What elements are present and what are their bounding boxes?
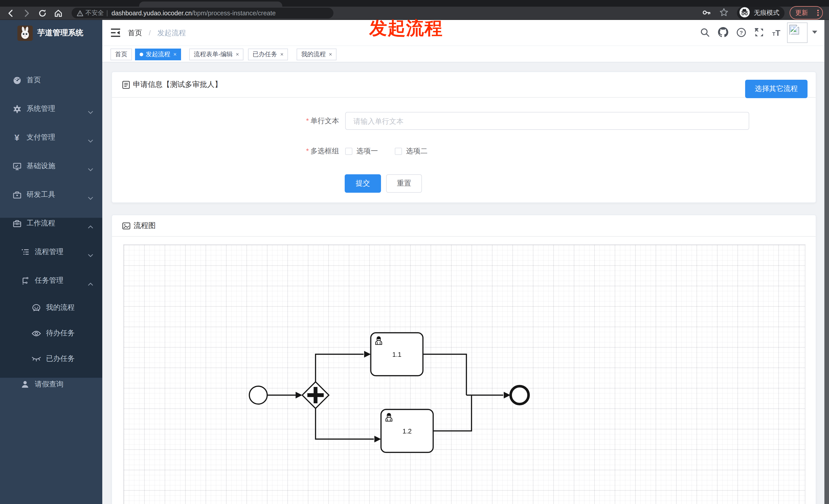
bookmark-star-icon[interactable] (719, 7, 729, 19)
sidebar-item-task-mgmt[interactable]: 任务管理 (0, 268, 102, 294)
back-icon[interactable] (6, 9, 15, 18)
user-icon (21, 380, 30, 388)
robot-icon (32, 304, 41, 312)
breadcrumb-separator: / (149, 29, 151, 37)
tag-create-process[interactable]: 发起流程 × (135, 48, 181, 60)
chevron-down-icon (88, 107, 93, 116)
eye-closed-icon (32, 356, 41, 362)
checkbox-label-1[interactable]: 选项一 (356, 147, 378, 156)
chrome-menu-icon[interactable] (818, 10, 819, 16)
incognito-badge: 无痕模式 (737, 7, 785, 20)
fullscreen-icon[interactable] (754, 27, 764, 39)
sidebar-item-label: 流程管理 (35, 247, 63, 257)
url-path: /bpm/process-instance/create (192, 9, 276, 16)
update-button[interactable]: 更新 (790, 6, 823, 20)
sidebar-item-done-tasks[interactable]: 已办任务 (0, 346, 102, 372)
sidebar-item-label: 基础设施 (27, 161, 55, 171)
security-label: 不安全 (85, 9, 104, 17)
tag-form-edit[interactable]: 流程表单-编辑 × (189, 48, 244, 60)
forward-icon[interactable] (22, 9, 31, 18)
overlay-action-title: 发起流程 (369, 16, 443, 40)
gear-icon (12, 105, 22, 113)
briefcase-icon (12, 219, 22, 228)
reload-icon[interactable] (38, 9, 47, 18)
search-icon[interactable] (700, 27, 710, 39)
sidebar-item-workflow[interactable]: 工作流程 (0, 210, 102, 236)
breadcrumb-home[interactable]: 首页 (128, 29, 142, 37)
tag-label: 已办任务 (253, 50, 277, 59)
sidebar-item-home[interactable]: 首页 (0, 68, 102, 93)
close-icon[interactable]: × (280, 52, 284, 57)
password-key-icon[interactable] (702, 7, 711, 19)
application-form-card: 申请信息【测试多审批人】 选择其它流程 *单行文本 *多选框组 选项一 选项二 … (111, 72, 816, 203)
monitor-icon (12, 162, 22, 170)
close-icon[interactable]: × (236, 52, 239, 57)
tag-label: 流程表单-编辑 (194, 50, 233, 59)
tag-home[interactable]: 首页 (110, 48, 132, 60)
single-text-input[interactable] (345, 112, 749, 130)
home-icon[interactable] (54, 9, 63, 18)
flow-list-icon (21, 248, 30, 256)
sidebar-item-label: 我的流程 (46, 303, 75, 312)
close-icon[interactable]: × (173, 52, 177, 57)
bpmn-canvas[interactable]: 1.1 1.2 (123, 244, 805, 504)
help-icon[interactable]: ? (736, 27, 746, 39)
breadcrumb-current: 发起流程 (157, 29, 186, 37)
chevron-down-icon (88, 250, 93, 259)
sidebar-item-devtools[interactable]: 研发工具 (0, 182, 102, 207)
logo[interactable]: 芋道管理系统 (0, 20, 102, 46)
sidebar-item-process-mgmt[interactable]: 流程管理 (0, 239, 102, 265)
checkbox-option-2[interactable] (395, 148, 402, 155)
sidebar-item-label: 待办任务 (46, 329, 75, 338)
flow-card-title: 流程图 (134, 221, 156, 231)
avatar-caret-icon[interactable] (812, 31, 817, 34)
update-label: 更新 (795, 8, 808, 17)
sidebar-item-leave-query[interactable]: 请假查询 (0, 372, 102, 397)
sidebar-collapse-icon[interactable] (110, 28, 121, 39)
sidebar-item-my-process[interactable]: 我的流程 (0, 295, 102, 320)
choose-other-process-button[interactable]: 选择其它流程 (745, 80, 807, 98)
form-card-title: 申请信息【测试多审批人】 (133, 80, 222, 89)
url-divider (107, 10, 107, 16)
sidebar-item-label: 研发工具 (27, 190, 55, 199)
bpmn-task-label-2: 1.2 (402, 427, 412, 435)
sidebar-item-system[interactable]: 系统管理 (0, 96, 102, 122)
sidebar-item-payment[interactable]: ¥ 支付管理 (0, 125, 102, 150)
sidebar-item-label: 首页 (27, 76, 41, 85)
tag-my-process[interactable]: 我的流程 × (297, 48, 337, 60)
document-icon (122, 80, 130, 89)
incognito-icon (739, 6, 750, 20)
reset-button[interactable]: 重置 (386, 174, 422, 193)
form-card-header: 申请信息【测试多审批人】 选择其它流程 (112, 72, 816, 98)
font-size-icon[interactable]: TT (772, 29, 781, 38)
toolbox-icon (12, 190, 22, 199)
sidebar-item-label: 已办任务 (46, 354, 75, 363)
logo-rabbit-avatar (17, 25, 33, 41)
tag-label: 我的流程 (301, 50, 326, 59)
checkbox-option-1[interactable] (345, 148, 352, 155)
browser-active-tab[interactable] (139, 2, 282, 7)
close-icon[interactable]: × (329, 52, 332, 57)
required-asterisk: * (306, 147, 309, 155)
sidebar-item-label: 支付管理 (27, 133, 55, 142)
url-bar[interactable]: 不安全 dashboard.yudao.iocoder.cn/bpm/proce… (72, 8, 333, 18)
sidebar: 芋道管理系统 首页 系统管理 ¥ 支付管理 基础设施 研发工具 (0, 20, 102, 504)
bpmn-task-label-1: 1.1 (392, 351, 401, 358)
sidebar-item-label: 工作流程 (27, 219, 55, 228)
url-host: dashboard.yudao.iocoder.cn (111, 9, 192, 16)
dashboard-icon (12, 76, 22, 85)
app-header: 首页 / 发起流程 ? TT (102, 20, 829, 46)
submit-button[interactable]: 提交 (345, 174, 381, 193)
browser-tabstrip (0, 0, 829, 7)
flow-card-header: 流程图 (112, 215, 816, 237)
page-scrollbar[interactable] (824, 20, 829, 504)
main-content: 申请信息【测试多审批人】 选择其它流程 *单行文本 *多选框组 选项一 选项二 … (102, 62, 829, 504)
chevron-down-icon (88, 193, 93, 201)
tag-done-tasks[interactable]: 已办任务 × (248, 48, 288, 60)
sidebar-item-label: 任务管理 (35, 276, 63, 285)
github-icon[interactable] (718, 27, 728, 39)
checkbox-label-2[interactable]: 选项二 (406, 147, 428, 156)
sidebar-item-todo-tasks[interactable]: 待办任务 (0, 320, 102, 346)
avatar[interactable] (787, 23, 807, 43)
sidebar-item-infra[interactable]: 基础设施 (0, 153, 102, 179)
